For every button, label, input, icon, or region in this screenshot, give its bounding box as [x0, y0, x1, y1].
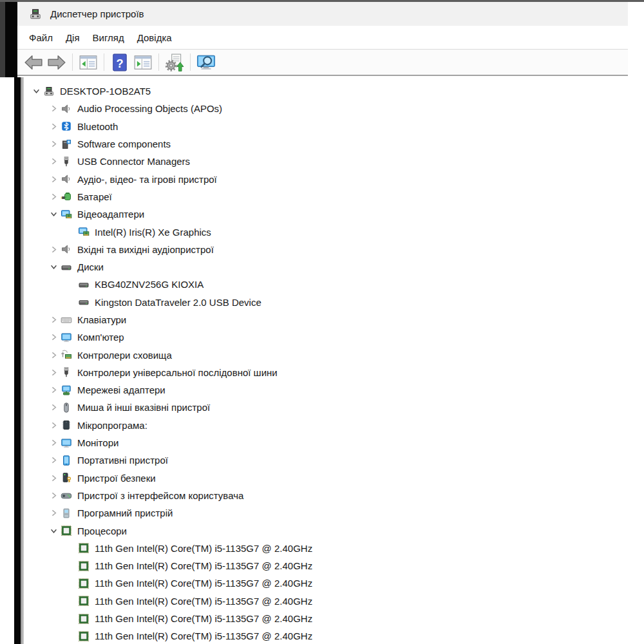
- chevron-right-icon[interactable]: [46, 368, 61, 377]
- tree-item[interactable]: 11th Gen Intel(R) Core(TM) i5-1135G7 @ 2…: [24, 540, 628, 557]
- cpu-icon: [78, 542, 90, 554]
- disk-icon: [78, 296, 90, 308]
- menu-item-view[interactable]: Вигляд: [86, 29, 131, 46]
- tree-item[interactable]: 11th Gen Intel(R) Core(TM) i5-1135G7 @ 2…: [24, 592, 628, 610]
- tree-item[interactable]: Миша й інші вказівні пристрої: [24, 399, 628, 416]
- tree-item[interactable]: Диски: [24, 258, 628, 276]
- device-manager-icon: [29, 8, 42, 21]
- chevron-right-icon[interactable]: [46, 157, 61, 166]
- chevron-down-icon[interactable]: [46, 210, 61, 218]
- chevron-right-icon[interactable]: [46, 104, 61, 113]
- tree-item[interactable]: Контролери сховища: [24, 346, 628, 363]
- scan-hardware-icon: [165, 53, 184, 72]
- cpu-icon: [78, 613, 90, 625]
- tree-item[interactable]: Kingston DataTraveler 2.0 USB Device: [24, 294, 628, 311]
- show-console-tree-button[interactable]: [78, 52, 99, 73]
- menu-item-action[interactable]: Дія: [59, 29, 86, 46]
- chevron-down-icon[interactable]: [29, 87, 43, 95]
- tree-item[interactable]: Аудіо-, відео- та ігрові пристрої: [24, 170, 628, 187]
- tree-item-label: Software components: [77, 138, 171, 149]
- forward-button[interactable]: [46, 52, 67, 73]
- device-manager-icon: [43, 86, 55, 97]
- tree-item-label: Комп'ютер: [77, 332, 124, 343]
- chevron-right-icon[interactable]: [46, 193, 61, 201]
- tree-item[interactable]: Батареї: [24, 188, 628, 205]
- monitor-icon: [61, 332, 72, 343]
- chevron-right-icon[interactable]: [46, 175, 61, 184]
- tree-item[interactable]: Audio Processing Objects (APOs): [24, 100, 628, 117]
- tree-item-label: 11th Gen Intel(R) Core(TM) i5-1135G7 @ 2…: [95, 560, 312, 571]
- display-adapter-icon: [61, 209, 72, 220]
- tree-item[interactable]: Bluetooth: [24, 118, 628, 135]
- chevron-right-icon[interactable]: [46, 351, 61, 359]
- help-icon: ?: [110, 53, 129, 72]
- chevron-right-icon[interactable]: [46, 316, 61, 324]
- tree-item[interactable]: Вхідні та вихідні аудіопристрої: [24, 241, 628, 258]
- tree-item-label: Контролери універсальної послідовної шин…: [77, 367, 278, 378]
- chevron-right-icon[interactable]: [46, 439, 61, 447]
- chevron-down-icon[interactable]: [46, 263, 61, 271]
- battery-icon: [61, 191, 72, 202]
- title-bar: Диспетчер пристроїв: [17, 2, 628, 26]
- tree-item[interactable]: Клавіатури: [24, 311, 628, 328]
- chevron-right-icon[interactable]: [46, 122, 61, 131]
- tree-item[interactable]: Монітори: [24, 434, 628, 451]
- tree-item-label: KBG40ZNV256G KIOXIA: [95, 279, 204, 290]
- device-search-button[interactable]: [196, 52, 216, 73]
- chevron-right-icon[interactable]: [46, 403, 61, 412]
- chevron-right-icon[interactable]: [46, 456, 61, 464]
- cpu-icon: [78, 595, 90, 607]
- tree-item[interactable]: DESKTOP-1OB2AT5: [24, 82, 628, 100]
- device-search-icon: [196, 53, 216, 72]
- disk-icon: [78, 279, 90, 290]
- properties-button[interactable]: [133, 52, 153, 73]
- tree-item[interactable]: USB Connector Managers: [24, 153, 628, 170]
- tree-item[interactable]: Процесори: [24, 522, 628, 539]
- tree-item[interactable]: Програмний пристрій: [24, 504, 628, 522]
- tree-item-label: 11th Gen Intel(R) Core(TM) i5-1135G7 @ 2…: [95, 578, 312, 589]
- chevron-right-icon[interactable]: [46, 421, 61, 430]
- tree-item-label: Мікропрограма:: [77, 420, 147, 431]
- tree-item[interactable]: 11th Gen Intel(R) Core(TM) i5-1135G7 @ 2…: [24, 574, 628, 592]
- tree-item[interactable]: Intel(R) Iris(R) Xe Graphics: [24, 223, 628, 240]
- tree-item[interactable]: Пристрої безпеки: [24, 469, 628, 487]
- tree-item[interactable]: 11th Gen Intel(R) Core(TM) i5-1135G7 @ 2…: [24, 610, 628, 627]
- display-adapter-icon: [78, 226, 90, 238]
- help-button[interactable]: ?: [109, 52, 130, 73]
- chevron-right-icon[interactable]: [46, 509, 61, 517]
- tree-item[interactable]: KBG40ZNV256G KIOXIA: [24, 276, 628, 293]
- scan-for-hardware-changes-button[interactable]: [164, 52, 185, 73]
- tree-item[interactable]: Портативні пристрої: [24, 451, 628, 469]
- back-arrow-icon: [24, 53, 43, 72]
- tree-item-label: Пристрої безпеки: [77, 473, 156, 484]
- tree-item[interactable]: 11th Gen Intel(R) Core(TM) i5-1135G7 @ 2…: [24, 557, 628, 574]
- tree-item[interactable]: Відеоадаптери: [24, 205, 628, 223]
- chevron-right-icon[interactable]: [46, 333, 61, 341]
- back-button[interactable]: [23, 52, 44, 73]
- disk-icon: [61, 261, 72, 273]
- chevron-right-icon[interactable]: [46, 386, 61, 394]
- chevron-right-icon[interactable]: [46, 474, 61, 482]
- tree-item[interactable]: Мікропрограма:: [24, 417, 628, 434]
- tree-item[interactable]: Software components: [24, 135, 628, 153]
- menu-item-help[interactable]: Довідка: [131, 29, 178, 46]
- usb-icon: [61, 366, 72, 378]
- keyboard-icon: [61, 314, 72, 326]
- tree-item[interactable]: 11th Gen Intel(R) Core(TM) i5-1135G7 @ 2…: [24, 627, 628, 644]
- tree-item-label: Диски: [77, 261, 104, 272]
- chevron-right-icon[interactable]: [46, 491, 61, 500]
- chevron-right-icon[interactable]: [46, 245, 61, 254]
- menu-item-file[interactable]: Файл: [23, 29, 59, 46]
- tree-item[interactable]: Мережеві адаптери: [24, 381, 628, 399]
- chevron-right-icon[interactable]: [46, 140, 61, 148]
- tree-item[interactable]: Комп'ютер: [24, 328, 628, 346]
- tree-item-label: Миша й інші вказівні пристрої: [77, 402, 210, 413]
- tree-item-label: Відеоадаптери: [77, 209, 144, 220]
- tree-item[interactable]: Контролери універсальної послідовної шин…: [24, 364, 628, 381]
- chevron-down-icon[interactable]: [46, 527, 61, 535]
- cpu-icon: [78, 578, 90, 589]
- tree-item[interactable]: Пристрої з інтерфейсом користувача: [24, 487, 628, 504]
- svg-text:?: ?: [116, 57, 123, 70]
- bluetooth-icon: [61, 120, 72, 132]
- background-window-edge: [14, 77, 21, 644]
